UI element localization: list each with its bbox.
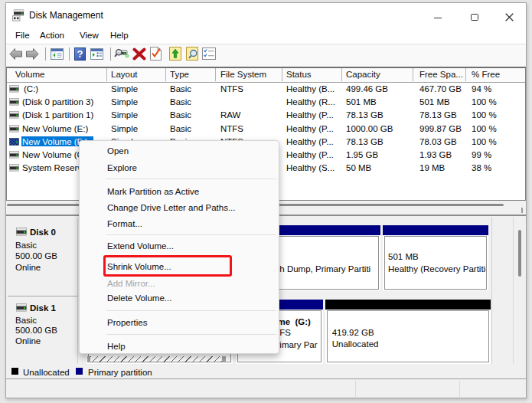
svg-text:?: ? [77, 48, 83, 60]
